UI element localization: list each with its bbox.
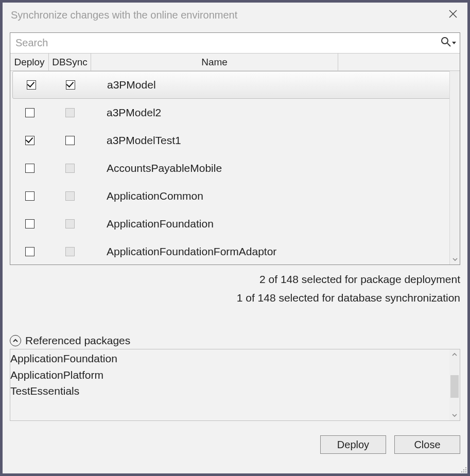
column-header-name[interactable]: Name xyxy=(91,54,338,70)
deploy-checkbox[interactable] xyxy=(27,80,36,90)
column-header-dbsync[interactable]: DBSync xyxy=(49,54,91,70)
deploy-button[interactable]: Deploy xyxy=(320,435,386,454)
svg-line-3 xyxy=(447,43,450,46)
referenced-scrollbar[interactable] xyxy=(449,349,460,420)
dbsync-checkbox xyxy=(65,108,75,117)
status-dbsync: 1 of 148 selected for database synchroni… xyxy=(10,289,460,307)
close-window-button[interactable] xyxy=(443,5,463,25)
cell-name: a3PModelTest1 xyxy=(91,134,449,147)
deploy-checkbox[interactable] xyxy=(25,191,34,201)
table-row[interactable]: AccountsPayableMobile xyxy=(10,154,460,182)
close-icon xyxy=(449,10,457,21)
status-deploy: 2 of 148 selected for package deployment xyxy=(10,270,460,289)
table-row[interactable]: a3PModel2 xyxy=(10,99,460,127)
close-button[interactable]: Close xyxy=(394,435,460,454)
search-input[interactable] xyxy=(10,33,437,53)
dbsync-checkbox[interactable] xyxy=(66,80,75,90)
table-scrollbar[interactable] xyxy=(449,71,460,265)
table-header: Deploy DBSync Name xyxy=(10,54,460,71)
list-item[interactable]: ApplicationFoundation xyxy=(10,350,457,367)
scroll-down-icon[interactable] xyxy=(449,410,460,420)
cell-dbsync xyxy=(49,136,91,145)
title-bar: Synchronize changes with the online envi… xyxy=(3,3,467,27)
cell-deploy xyxy=(10,247,49,256)
window-title: Synchronize changes with the online envi… xyxy=(11,9,443,21)
cell-name: a3PModel xyxy=(92,79,447,91)
deploy-checkbox[interactable] xyxy=(25,164,34,173)
status-block: 2 of 148 selected for package deployment… xyxy=(10,270,460,307)
column-header-deploy[interactable]: Deploy xyxy=(10,54,49,70)
list-item[interactable]: ApplicationPlatform xyxy=(10,367,457,383)
cell-deploy xyxy=(10,136,49,145)
table-row[interactable]: a3PModelTest1 xyxy=(10,127,460,154)
deploy-checkbox[interactable] xyxy=(25,136,34,145)
caret-down-icon xyxy=(452,42,456,44)
dbsync-checkbox[interactable] xyxy=(65,136,75,145)
resize-grip[interactable] xyxy=(459,465,466,472)
cell-dbsync xyxy=(49,164,91,173)
deploy-checkbox[interactable] xyxy=(25,108,34,117)
cell-dbsync xyxy=(49,219,91,228)
search-row xyxy=(10,33,460,54)
referenced-packages-section: Referenced packages ApplicationFoundatio… xyxy=(10,334,460,421)
dbsync-checkbox xyxy=(65,247,75,256)
referenced-packages-list: ApplicationFoundationApplicationPlatform… xyxy=(10,349,460,421)
dbsync-checkbox xyxy=(65,191,75,201)
cell-name: a3PModel2 xyxy=(91,107,449,119)
table-body: a3PModela3PModel2a3PModelTest1AccountsPa… xyxy=(10,71,460,265)
dialog-window: Synchronize changes with the online envi… xyxy=(2,2,468,474)
deploy-checkbox[interactable] xyxy=(25,247,34,256)
cell-deploy xyxy=(10,219,49,228)
deploy-checkbox[interactable] xyxy=(25,219,34,228)
cell-name: ApplicationCommon xyxy=(91,190,449,202)
cell-dbsync xyxy=(49,247,91,256)
svg-point-2 xyxy=(442,38,448,44)
scroll-up-icon[interactable] xyxy=(449,349,460,360)
cell-deploy xyxy=(10,191,49,201)
column-header-extra xyxy=(338,54,449,70)
cell-name: ApplicationFoundation xyxy=(91,218,449,230)
footer-buttons: Deploy Close xyxy=(10,435,460,454)
table-row[interactable]: ApplicationFoundation xyxy=(10,210,460,238)
chevron-up-icon xyxy=(10,335,21,346)
dbsync-checkbox xyxy=(65,164,75,173)
referenced-packages-toggle[interactable]: Referenced packages xyxy=(10,334,460,347)
cell-dbsync xyxy=(49,108,91,117)
cell-deploy xyxy=(13,80,49,90)
scroll-thumb[interactable] xyxy=(450,375,459,398)
cell-deploy xyxy=(10,108,49,117)
list-item[interactable]: TestEssentials xyxy=(10,383,457,399)
cell-deploy xyxy=(10,164,49,173)
scroll-down-icon[interactable] xyxy=(450,254,460,265)
packages-panel: Deploy DBSync Name a3PModela3PModel2a3PM… xyxy=(10,32,460,265)
dbsync-checkbox xyxy=(65,219,75,228)
referenced-packages-label: Referenced packages xyxy=(25,334,130,347)
cell-dbsync xyxy=(49,80,92,90)
table-row[interactable]: ApplicationCommon xyxy=(10,182,460,210)
packages-table: Deploy DBSync Name a3PModela3PModel2a3PM… xyxy=(10,54,460,265)
cell-name: AccountsPayableMobile xyxy=(91,162,449,174)
search-icon xyxy=(441,37,451,49)
table-row[interactable]: ApplicationFoundationFormAdaptor xyxy=(10,238,460,265)
content-area: Deploy DBSync Name a3PModela3PModel2a3PM… xyxy=(3,27,467,473)
table-row[interactable]: a3PModel xyxy=(12,71,458,99)
cell-dbsync xyxy=(49,191,91,201)
search-button[interactable] xyxy=(437,33,460,53)
cell-name: ApplicationFoundationFormAdaptor xyxy=(91,245,449,258)
